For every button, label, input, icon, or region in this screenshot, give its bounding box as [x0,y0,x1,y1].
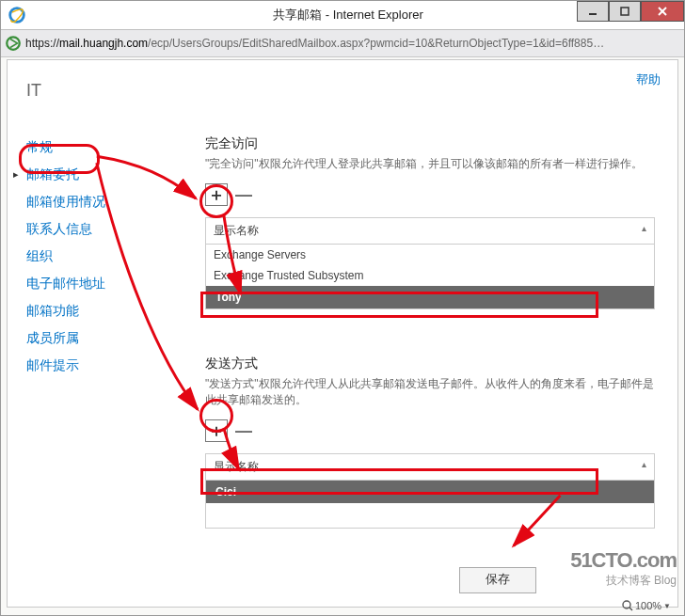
side-nav: 常规邮箱委托邮箱使用情况联系人信息组织电子邮件地址邮箱功能成员所属邮件提示 [26,134,149,379]
sendas-add-button[interactable]: ＋ [205,419,228,442]
nav-item[interactable]: 电子邮件地址 [26,270,149,297]
section-send-as: 发送方式 "发送方式"权限允许代理人从此共享邮箱发送电子邮件。从收件人的角度来看… [205,355,655,529]
nav-item[interactable]: 邮箱委托 [26,161,149,188]
sendas-remove-button[interactable]: — [233,420,254,441]
fullaccess-list-header[interactable]: 显示名称 [205,217,655,244]
sendas-title: 发送方式 [205,355,655,372]
close-button[interactable] [641,1,684,22]
nav-item[interactable]: 常规 [26,134,149,161]
fullaccess-add-button[interactable]: ＋ [205,183,228,206]
zoom-indicator[interactable]: 100% ▼ [622,600,671,611]
nav-item[interactable]: 联系人信息 [26,215,149,243]
address-bar: https://mail.huangjh.com/ecp/UsersGroups… [1,30,684,57]
section-full-access: 完全访问 "完全访问"权限允许代理人登录此共享邮箱，并且可以像该邮箱的所有者一样… [205,135,655,309]
svg-point-6 [623,601,630,608]
minimize-button[interactable] [577,1,609,22]
window-controls [577,1,684,22]
svg-rect-2 [621,8,629,15]
url-host: mail.huangjh.com [59,37,148,50]
list-item[interactable]: Exchange Trusted Subsystem [206,265,654,286]
titlebar: 共享邮箱 - Internet Explorer [1,1,684,30]
url-field[interactable]: https://mail.huangjh.com/ecp/UsersGroups… [25,37,604,50]
save-button[interactable]: 保存 [459,567,536,593]
content-panel: 帮助 IT 常规邮箱委托邮箱使用情况联系人信息组织电子邮件地址邮箱功能成员所属邮… [7,59,678,608]
sendas-list[interactable]: Cici [205,480,655,529]
page-title: IT [26,81,41,101]
fullaccess-remove-button[interactable]: — [233,184,254,205]
svg-line-7 [629,608,632,610]
url-path: /ecp/UsersGroups/EditSharedMailbox.aspx?… [148,37,604,50]
list-item-selected[interactable]: Tony [206,286,654,308]
window-frame: 共享邮箱 - Internet Explorer https://mail.hu… [0,0,685,616]
nav-item[interactable]: 邮件提示 [26,352,149,379]
sendas-list-header[interactable]: 显示名称 [205,453,655,480]
nav-item[interactable]: 组织 [26,243,149,270]
ie-logo-icon [8,7,25,24]
maximize-button[interactable] [609,1,641,22]
page-icon [5,35,22,52]
sendas-desc: "发送方式"权限允许代理人从此共享邮箱发送电子邮件。从收件人的角度来看，电子邮件… [205,376,655,408]
zoom-icon [622,600,633,611]
footer: 保存 [459,567,536,593]
fullaccess-title: 完全访问 [205,135,655,152]
chevron-down-icon: ▼ [663,602,671,610]
fullaccess-desc: "完全访问"权限允许代理人登录此共享邮箱，并且可以像该邮箱的所有者一样进行操作。 [205,156,655,172]
list-item-selected[interactable]: Cici [206,481,654,503]
nav-item[interactable]: 邮箱使用情况 [26,188,149,215]
url-scheme: https:// [25,37,59,50]
list-item[interactable]: Exchange Servers [206,245,654,265]
nav-item[interactable]: 邮箱功能 [26,297,149,324]
nav-item[interactable]: 成员所属 [26,324,149,352]
sendas-toolbar: ＋ — [205,419,655,442]
help-link[interactable]: 帮助 [636,71,661,88]
zoom-value: 100% [635,600,661,611]
fullaccess-toolbar: ＋ — [205,183,655,206]
fullaccess-list[interactable]: Exchange ServersExchange Trusted Subsyst… [205,244,655,309]
